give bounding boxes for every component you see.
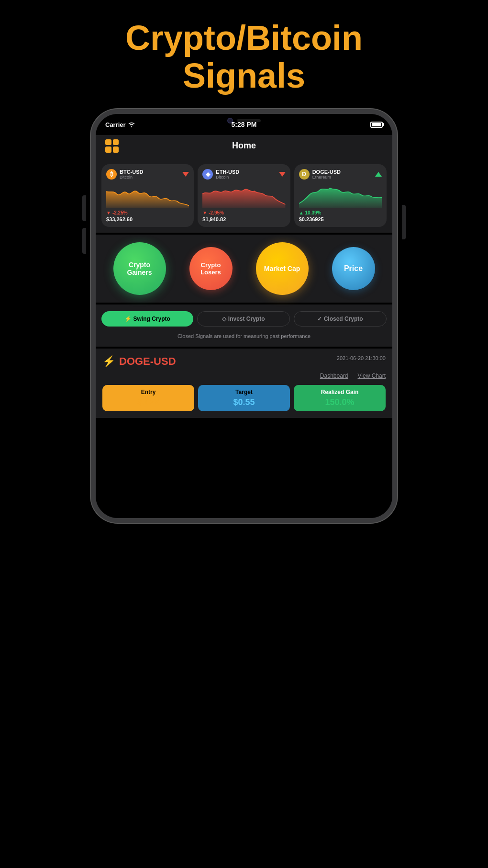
losers-bubble[interactable]: Crypto Losers [189, 247, 233, 290]
app-header: Home [96, 135, 392, 158]
crypto-cards-row: ₿ BTC-USD Bitcoin [96, 158, 392, 233]
doge-change: ▲10.39% [299, 210, 382, 215]
invest-crypto-tab[interactable]: ◇ Invest Crypto [197, 311, 290, 327]
crypto-card-doge[interactable]: Ð DOGE-USD Ethereum [294, 164, 387, 227]
view-chart-link[interactable]: View Chart [358, 372, 386, 379]
doge-chart [299, 184, 382, 208]
target-value: $0.55 [233, 397, 255, 407]
marketcap-bubble[interactable]: Market Cap [256, 242, 309, 295]
logo-sq1 [105, 139, 111, 146]
status-time: 5:28 PM [232, 121, 257, 128]
btc-icon: ₿ [106, 169, 117, 180]
signal-metrics: Entry $0.22 Target $0.55 Realized Gain 1… [102, 385, 386, 411]
doge-name: Ethereum [312, 175, 341, 180]
phone-shell: Carrier 5:28 PM [91, 109, 397, 523]
btc-chart [106, 184, 189, 208]
carrier-label: Carrier [105, 121, 135, 128]
eth-icon: ◆ [202, 169, 213, 180]
price-label: Price [344, 264, 363, 273]
btc-pair: BTC-USD [120, 169, 144, 175]
target-metric: Target $0.55 [198, 385, 290, 411]
signal-header: ⚡ DOGE-USD 2021-06-20 21:30:00 [102, 355, 386, 368]
eth-chart [202, 184, 285, 208]
gain-value: 150.0% [325, 397, 354, 407]
gainers-label: Crypto Gainers [127, 261, 152, 276]
price-bubble[interactable]: Price [332, 247, 375, 290]
entry-label: Entry [141, 389, 156, 395]
dashboard-link[interactable]: Dashboard [320, 372, 348, 379]
doge-price: $0.236925 [299, 216, 382, 222]
signal-links: Dashboard View Chart [102, 372, 386, 379]
doge-pair: DOGE-USD [312, 169, 341, 175]
swing-crypto-tab[interactable]: ⚡ Swing Crypto [101, 311, 193, 327]
invest-tab-label: ◇ Invest Crypto [222, 316, 265, 322]
doge-icon: Ð [299, 169, 310, 180]
power-button [402, 205, 406, 239]
closed-crypto-tab[interactable]: ✓ Closed Crypto [294, 311, 387, 327]
bubbles-section: Crypto Gainers Crypto Losers Market Cap … [96, 235, 392, 303]
btc-name: Bitcoin [120, 175, 144, 180]
btc-change: ▼-2.25% [106, 210, 189, 215]
tab-section: ⚡ Swing Crypto ◇ Invest Crypto ✓ Closed … [96, 304, 392, 347]
gain-label: Realized Gain [321, 389, 359, 395]
phone-mockup: Carrier 5:28 PM [91, 109, 397, 523]
eth-pair: ETH-USD [216, 169, 239, 175]
btc-trend-icon [182, 172, 189, 177]
eth-trend-icon [279, 172, 286, 177]
gainers-bubble[interactable]: Crypto Gainers [113, 242, 166, 295]
logo-sq3 [105, 147, 111, 153]
lightning-icon: ⚡ [102, 355, 115, 368]
eth-name: Bitcoin [216, 175, 239, 180]
eth-change: ▼-2.95% [202, 210, 285, 215]
marketcap-label: Market Cap [264, 265, 300, 272]
phone-content: Home ₿ BTC-USD Bitcoin [96, 135, 392, 518]
page-title: Crypto/Bitcoin Signals [97, 0, 391, 109]
closed-tab-label: ✓ Closed Crypto [317, 316, 363, 322]
wifi-icon [128, 122, 135, 127]
signal-coin-row: ⚡ DOGE-USD [102, 355, 176, 368]
swing-tab-label: ⚡ Swing Crypto [124, 316, 170, 322]
logo-sq2 [113, 139, 119, 146]
losers-label: Crypto Losers [200, 261, 221, 276]
doge-trend-icon [375, 172, 382, 177]
gain-metric: Realized Gain 150.0% [294, 385, 386, 411]
vol-up-button [82, 195, 86, 221]
tab-buttons: ⚡ Swing Crypto ◇ Invest Crypto ✓ Closed … [101, 311, 387, 327]
tab-description: Closed Signals are used for measuring pa… [101, 331, 387, 343]
vol-down-button [82, 228, 86, 254]
signal-pair: DOGE-USD [119, 355, 176, 368]
crypto-card-eth[interactable]: ◆ ETH-USD Bitcoin [198, 164, 290, 227]
entry-value: $0.22 [137, 397, 159, 407]
signal-card: ⚡ DOGE-USD 2021-06-20 21:30:00 Dashboard… [96, 349, 392, 418]
logo-sq4 [113, 147, 119, 153]
battery-icon [370, 122, 383, 128]
crypto-card-btc[interactable]: ₿ BTC-USD Bitcoin [101, 164, 194, 227]
entry-metric: Entry $0.22 [102, 385, 194, 411]
btc-price: $33,262.60 [106, 216, 189, 222]
app-title: Home [232, 141, 256, 151]
status-bar: Carrier 5:28 PM [96, 114, 392, 135]
target-label: Target [235, 389, 253, 395]
eth-price: $1,940.82 [202, 216, 285, 222]
signal-date: 2021-06-20 21:30:00 [337, 355, 386, 361]
app-logo [105, 139, 119, 153]
